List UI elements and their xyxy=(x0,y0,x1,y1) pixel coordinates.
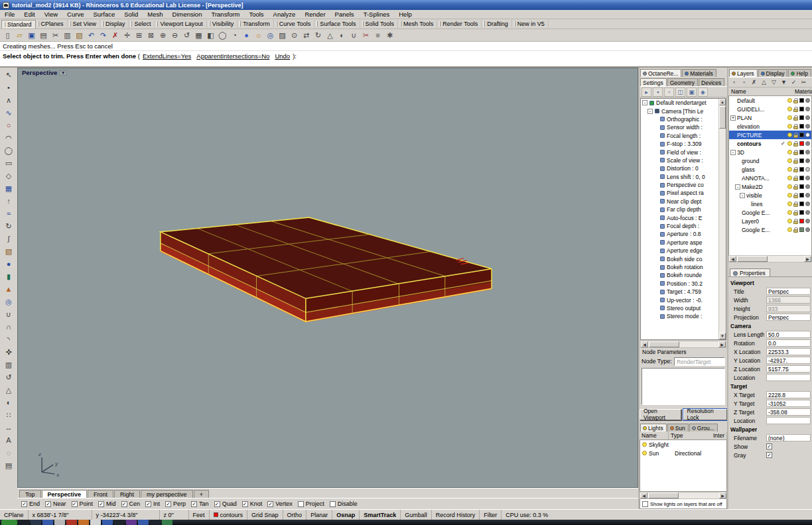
cylinder-icon[interactable]: ▮ xyxy=(1,270,16,283)
layer-color-swatch[interactable] xyxy=(799,107,804,111)
osnap-toggle[interactable]: Cen xyxy=(121,500,141,507)
array-icon[interactable]: ∷ xyxy=(1,409,16,422)
layer-row[interactable]: elevation ✓ xyxy=(729,122,811,131)
property-value-field[interactable]: -358.08 xyxy=(766,408,811,416)
lights-hscrollbar[interactable]: ◀ ▶ xyxy=(640,492,727,499)
scroll-thumb[interactable] xyxy=(648,493,679,498)
display-mode-icon[interactable]: ◧ xyxy=(205,30,216,40)
layer-visibility-bulb-icon[interactable] xyxy=(787,158,792,163)
tree-item[interactable]: Lens shift : 0, 0 xyxy=(641,173,718,181)
fillet-icon[interactable]: ◝ xyxy=(1,333,16,346)
scroll-right-icon[interactable]: ▶ xyxy=(804,256,811,262)
zoom-out-icon[interactable]: ⊖ xyxy=(169,30,180,40)
extrude-icon[interactable]: ↑ xyxy=(1,195,16,207)
layers-material-column-header[interactable]: Material xyxy=(795,88,812,96)
osnap-checkbox[interactable] xyxy=(21,501,27,507)
command-option[interactable]: Undo xyxy=(275,52,290,60)
layer-row[interactable]: Google E... ✓ xyxy=(729,225,811,234)
lights-icon[interactable]: ☼ xyxy=(253,30,264,40)
shaded-icon[interactable]: ◔ xyxy=(229,30,240,40)
cplane-button[interactable]: CPlane xyxy=(0,510,29,520)
redo-icon[interactable]: ↷ xyxy=(98,30,109,40)
property-value-field[interactable]: 22533.3 xyxy=(766,348,811,355)
octane-tree-hscrollbar[interactable]: ◀ ▶ xyxy=(640,341,726,348)
viewport-tab[interactable]: Right xyxy=(114,490,140,498)
layer-material-icon[interactable] xyxy=(805,124,810,129)
osnap-checkbox[interactable] xyxy=(267,501,273,507)
osnap-toggle[interactable]: Project xyxy=(298,500,324,507)
layer-color-swatch[interactable] xyxy=(799,133,804,137)
menu-item[interactable]: Surface xyxy=(88,11,119,18)
layer-lock-icon[interactable] xyxy=(793,212,798,215)
layers-panel-tab[interactable]: Layers xyxy=(729,69,758,77)
tree-item[interactable]: Pixel aspect ra xyxy=(641,189,718,197)
rectangle-icon[interactable]: ▭ xyxy=(1,157,16,170)
scroll-up-icon[interactable]: ▲ xyxy=(719,99,726,105)
loft-icon[interactable]: ≈ xyxy=(1,207,16,220)
property-value-field[interactable]: (none) xyxy=(766,434,811,441)
layer-color-swatch[interactable] xyxy=(799,141,804,146)
layer-color-swatch[interactable] xyxy=(799,176,804,180)
osnap-icon[interactable]: ⊙ xyxy=(289,30,300,40)
move-icon[interactable]: ⇄ xyxy=(301,30,312,40)
layer-visibility-bulb-icon[interactable] xyxy=(787,210,792,215)
property-value-field[interactable]: 5157.75 xyxy=(766,365,811,373)
copy-icon[interactable]: ▥ xyxy=(1,359,16,371)
layer-color-swatch[interactable] xyxy=(799,193,804,198)
osnap-toggle[interactable]: Knot xyxy=(242,500,263,507)
layer-visibility-bulb-icon[interactable] xyxy=(787,115,792,120)
taskbar-app-1[interactable] xyxy=(19,520,29,525)
layer-visibility-bulb-icon[interactable] xyxy=(787,141,792,146)
toolbar-tab[interactable]: Mesh Tools xyxy=(398,20,437,28)
osnap-toggle[interactable]: Tan xyxy=(191,500,209,507)
property-value-field[interactable]: Perspec xyxy=(766,314,811,321)
viewport-menu-arrow-icon[interactable]: ▼ xyxy=(59,70,67,76)
osnap-checkbox[interactable] xyxy=(330,501,336,507)
pan-icon[interactable]: ✛ xyxy=(121,30,133,40)
match-layer-icon[interactable]: ✓ xyxy=(789,78,798,87)
scroll-left-icon[interactable]: ◀ xyxy=(641,341,648,347)
status-toggle[interactable]: Record History xyxy=(432,510,480,520)
lights-column-header[interactable]: Inter xyxy=(711,432,727,439)
lights-column-header[interactable]: Type xyxy=(669,432,711,439)
properties-tab[interactable]: Properties xyxy=(730,268,770,276)
tree-expander-icon[interactable]: - xyxy=(642,100,647,105)
layer-tools-icon[interactable]: ▤ xyxy=(1,459,16,472)
layer-material-icon[interactable] xyxy=(805,141,810,146)
taskbar-app-11[interactable] xyxy=(138,520,149,525)
layers-panel-tab[interactable]: Help xyxy=(788,69,811,77)
tree-item[interactable]: Sensor width : xyxy=(641,123,718,131)
zoom-extents-icon[interactable]: ⊠ xyxy=(145,30,157,40)
status-toggle[interactable]: Ortho xyxy=(283,510,307,520)
layer-color-swatch[interactable] xyxy=(799,227,804,232)
layer-expander-icon[interactable]: - xyxy=(735,184,740,190)
taskbar-app-2[interactable] xyxy=(31,520,41,525)
property-value-field[interactable]: Perspec xyxy=(766,288,811,295)
polygon-icon[interactable]: ◇ xyxy=(1,170,16,182)
property-value-field[interactable] xyxy=(766,374,811,381)
viewport-tab[interactable]: + xyxy=(194,490,209,498)
osnap-checkbox[interactable] xyxy=(121,501,127,507)
osnap-toggle[interactable]: Disable xyxy=(330,500,358,507)
status-toggle[interactable]: Osnap xyxy=(332,510,360,520)
tree-item[interactable]: Distortion : 0 xyxy=(641,164,718,172)
taskbar-app-8[interactable] xyxy=(102,520,113,525)
layer-lock-icon[interactable] xyxy=(793,109,798,112)
layer-row[interactable]: glass ✓ xyxy=(729,165,811,174)
viewport-tab[interactable]: Front xyxy=(88,490,113,498)
menu-item[interactable]: T-Splines xyxy=(359,11,395,18)
property-value-field[interactable] xyxy=(766,417,811,424)
tree-item[interactable]: Up-vector : -0. xyxy=(641,296,718,304)
status-toggle[interactable]: Planar xyxy=(306,510,332,520)
show-lights-checkbox[interactable] xyxy=(642,501,648,507)
layer-visibility-bulb-icon[interactable] xyxy=(787,107,792,111)
layers-name-column-header[interactable]: Name xyxy=(728,88,746,95)
layer-row[interactable]: ANNOTA... ✓ xyxy=(729,174,811,182)
dimension-icon[interactable]: ↔ xyxy=(1,422,16,434)
property-value-field[interactable]: 2228.8 xyxy=(766,391,811,398)
tree-item[interactable]: Aperture edge xyxy=(641,247,718,255)
status-toggle[interactable]: SmartTrack xyxy=(360,510,401,520)
toolbar-tab[interactable]: Viewport Layout xyxy=(155,20,206,28)
layer-lock-icon[interactable] xyxy=(793,126,798,129)
property-value-field[interactable]: 1366 xyxy=(766,296,811,304)
